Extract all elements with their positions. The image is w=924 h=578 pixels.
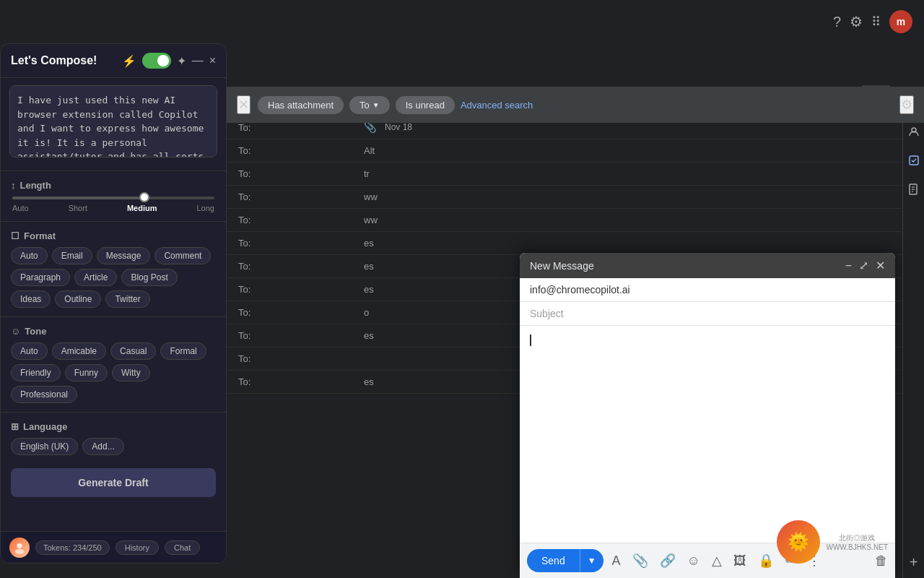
format-auto[interactable]: Auto: [11, 247, 48, 264]
search-bar: ✕ Has attachment To ▼ Is unread Advanced…: [227, 87, 924, 123]
tone-amicable[interactable]: Amicable: [52, 342, 106, 360]
toggle-switch[interactable]: [142, 53, 171, 69]
modal-title: New Message: [530, 260, 594, 272]
lang-add[interactable]: Add...: [82, 438, 123, 455]
table-row[interactable]: To: ww: [227, 186, 902, 209]
sidebar-notes-icon[interactable]: [905, 181, 923, 198]
token-count[interactable]: Tokens: 234/250: [35, 540, 110, 555]
email-to-label: To:: [238, 261, 260, 272]
to-arrow-icon: ▼: [372, 101, 380, 109]
email-date: Nov 18: [385, 122, 412, 132]
settings-icon[interactable]: ⚙: [850, 13, 863, 30]
history-button[interactable]: History: [116, 540, 159, 555]
insert-photo-button[interactable]: 🖼: [731, 551, 749, 571]
panel-settings-icon[interactable]: ✦: [177, 54, 186, 68]
panel-title: Let's Compose!: [11, 54, 97, 67]
modal-body[interactable]: [520, 326, 895, 543]
tone-friendly[interactable]: Friendly: [11, 364, 61, 381]
format-twitter[interactable]: Twitter: [105, 290, 149, 308]
email-to-label: To:: [238, 376, 260, 387]
generate-draft-button[interactable]: Generate Draft: [11, 468, 216, 497]
tone-professional[interactable]: Professional: [11, 386, 77, 403]
attach-file-button[interactable]: 📎: [629, 550, 651, 571]
panel-close-icon[interactable]: —: [192, 54, 204, 67]
watermark-logo: 🌞: [777, 520, 820, 564]
watermark-url: WWW.BJHKS.NET: [826, 543, 888, 551]
sidebar-add-button[interactable]: +: [910, 554, 918, 571]
format-chips: Auto Email Message Comment Paragraph Art…: [11, 247, 216, 308]
to-chip[interactable]: To ▼: [349, 96, 390, 114]
length-auto: Auto: [12, 204, 29, 212]
email-subject: es: [364, 238, 891, 249]
length-title: ↕ Length: [11, 180, 216, 191]
format-comment[interactable]: Comment: [154, 247, 211, 264]
panel-bottom-bar: Tokens: 234/250 History Chat: [1, 531, 226, 563]
search-close-button[interactable]: ✕: [237, 95, 250, 114]
format-message[interactable]: Message: [97, 247, 151, 264]
apps-icon[interactable]: ⠿: [871, 14, 881, 30]
format-title: ☐ Format: [11, 230, 216, 241]
format-blogpost[interactable]: Blog Post: [121, 269, 177, 286]
panel-header: Let's Compose! ⚡ ✦ — ×: [1, 44, 226, 78]
text-cursor: [530, 335, 531, 346]
lang-english-uk[interactable]: English (UK): [11, 438, 78, 455]
email-to-label: To:: [238, 307, 260, 318]
avatar[interactable]: m: [889, 10, 912, 33]
modal-close-button[interactable]: ✕: [876, 259, 885, 272]
send-button[interactable]: Send: [527, 549, 580, 572]
sidebar-contacts-icon[interactable]: [905, 123, 923, 140]
attachment-icon: 📎: [364, 121, 376, 133]
tone-funny[interactable]: Funny: [65, 364, 108, 381]
modal-subject-field[interactable]: Subject: [520, 302, 895, 326]
tone-icon: ☺: [11, 326, 20, 337]
email-to-label: To:: [238, 284, 260, 295]
format-text-button[interactable]: A: [609, 551, 624, 571]
modal-to-field[interactable]: info@chromecopilot.ai: [520, 278, 895, 302]
format-paragraph[interactable]: Paragraph: [11, 269, 70, 286]
tone-casual[interactable]: Casual: [110, 342, 156, 360]
email-to-label: To:: [238, 238, 260, 249]
search-tune-button[interactable]: ⚙: [899, 95, 914, 114]
modal-expand-button[interactable]: ⤢: [859, 259, 868, 272]
panel-pin-icon[interactable]: ×: [209, 54, 216, 67]
format-email[interactable]: Email: [52, 247, 92, 264]
modal-minimize-button[interactable]: −: [845, 259, 852, 272]
format-ideas[interactable]: Ideas: [11, 290, 51, 308]
send-button-group: Send ▼: [527, 549, 603, 572]
watermark: 🌞 北街◎游戏 WWW.BJHKS.NET: [777, 520, 888, 564]
tone-witty[interactable]: Witty: [112, 364, 150, 381]
format-article[interactable]: Article: [74, 269, 117, 286]
watermark-site: 北街◎游戏: [826, 533, 888, 543]
tone-auto[interactable]: Auto: [11, 342, 48, 360]
help-icon[interactable]: ?: [833, 14, 841, 30]
is-unread-chip[interactable]: Is unread: [396, 96, 455, 114]
table-row[interactable]: To: ww: [227, 209, 902, 232]
email-to-label: To:: [238, 168, 260, 179]
language-icon: ⊞: [11, 421, 19, 432]
search-chips: Has attachment To ▼ Is unread Advanced s…: [258, 96, 892, 114]
compose-panel: Let's Compose! ⚡ ✦ — × I have just used …: [0, 43, 227, 564]
send-options-button[interactable]: ▼: [580, 549, 603, 572]
email-to-label: To:: [238, 353, 260, 364]
advanced-search-button[interactable]: Advanced search: [461, 100, 533, 111]
insert-link-button[interactable]: 🔗: [657, 550, 679, 571]
email-to-label: To:: [238, 215, 260, 225]
chat-button[interactable]: Chat: [165, 540, 200, 555]
language-chips: English (UK) Add...: [11, 438, 216, 455]
has-attachment-chip[interactable]: Has attachment: [258, 96, 344, 114]
email-to-label: To:: [238, 145, 260, 156]
email-to-label: To:: [238, 330, 260, 341]
sidebar-tasks-icon[interactable]: [905, 152, 923, 169]
table-row[interactable]: To: Alt: [227, 139, 902, 163]
format-section: ☐ Format Auto Email Message Comment Para…: [1, 225, 226, 314]
length-short: Short: [69, 204, 87, 212]
confidential-button[interactable]: 🔒: [755, 550, 777, 571]
format-outline[interactable]: Outline: [55, 290, 101, 308]
compose-textarea[interactable]: I have just used this new AI browser ext…: [9, 85, 217, 158]
insert-emoji-button[interactable]: ☺: [684, 551, 703, 571]
length-icon: ↕: [11, 180, 16, 191]
tone-formal[interactable]: Formal: [160, 342, 206, 360]
table-row[interactable]: To: es: [227, 232, 902, 255]
table-row[interactable]: To: tr: [227, 163, 902, 186]
insert-drive-button[interactable]: △: [709, 550, 725, 571]
